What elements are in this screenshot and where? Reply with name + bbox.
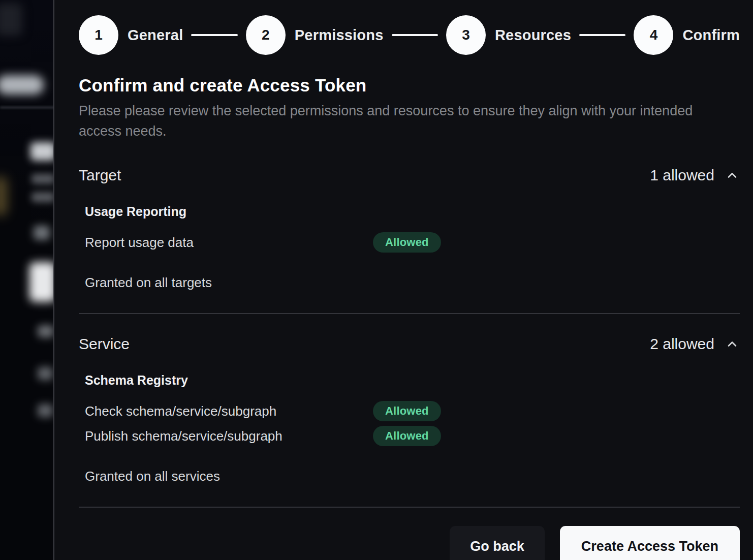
step-number-badge: 4: [634, 15, 673, 55]
granted-note: Granted on all services: [79, 469, 740, 484]
status-badge: Allowed: [373, 232, 441, 253]
step-confirm[interactable]: 4 Confirm: [634, 15, 740, 55]
step-label: General: [128, 27, 183, 44]
step-permissions[interactable]: 2 Permissions: [246, 15, 384, 55]
chevron-up-icon[interactable]: [725, 336, 740, 352]
granted-note: Granted on all targets: [79, 275, 740, 291]
step-label: Permissions: [295, 27, 384, 44]
permission-group: Schema Registry Check schema/service/sub…: [79, 373, 740, 446]
permission-row: Publish schema/service/subgraph Allowed: [85, 426, 740, 446]
backdrop-blurred-page: [0, 0, 53, 560]
section-title: Service: [79, 335, 130, 353]
permission-group-name: Usage Reporting: [85, 204, 740, 219]
blurred-sidebar-item: [0, 75, 44, 95]
status-badge: Allowed: [373, 426, 441, 446]
blurred-text-line: [38, 404, 53, 417]
permission-label: Check schema/service/subgraph: [85, 403, 373, 419]
modal-footer: Go back Create Access Token: [79, 526, 740, 560]
permission-label: Report usage data: [85, 235, 373, 251]
step-label: Confirm: [682, 27, 740, 44]
step-connector: [392, 34, 438, 36]
permission-group: Usage Reporting Report usage data Allowe…: [79, 204, 740, 253]
blurred-text-line: [38, 325, 53, 337]
step-resources[interactable]: 3 Resources: [446, 15, 571, 55]
section-collapse-toggle[interactable]: 1 allowed: [650, 167, 740, 184]
blurred-text-line: [32, 192, 53, 202]
section-header: Target 1 allowed: [79, 167, 740, 184]
step-label: Resources: [495, 27, 571, 44]
step-connector: [191, 34, 237, 36]
section-service: Service 2 allowed Schema Registry Check …: [79, 335, 740, 508]
step-connector: [579, 34, 625, 36]
create-access-token-button[interactable]: Create Access Token: [560, 526, 740, 560]
permission-row: Report usage data Allowed: [85, 232, 740, 253]
chevron-up-icon[interactable]: [725, 168, 740, 183]
allowed-count: 1 allowed: [650, 167, 714, 184]
blurred-card: [29, 262, 53, 302]
section-collapse-toggle[interactable]: 2 allowed: [650, 335, 740, 353]
step-number-badge: 3: [446, 15, 486, 55]
step-general[interactable]: 1 General: [79, 15, 183, 55]
wizard-stepper: 1 General 2 Permissions 3 Resources 4 Co…: [79, 15, 740, 55]
section-header: Service 2 allowed: [79, 335, 740, 353]
blurred-text-line: [32, 174, 53, 184]
footer-divider: [79, 507, 740, 508]
blurred-text-line: [38, 367, 53, 380]
step-number-badge: 2: [246, 15, 286, 55]
permission-group-name: Schema Registry: [85, 373, 740, 388]
section-target: Target 1 allowed Usage Reporting Report …: [79, 167, 740, 314]
go-back-button[interactable]: Go back: [450, 526, 545, 560]
permission-label: Publish schema/service/subgraph: [85, 428, 373, 444]
step-number-badge: 1: [79, 15, 118, 55]
create-access-token-modal: 1 General 2 Permissions 3 Resources 4 Co…: [53, 0, 753, 560]
section-divider: [79, 313, 740, 314]
page-description: Please please review the selected permis…: [79, 101, 706, 141]
blurred-icon: [34, 226, 50, 240]
allowed-count: 2 allowed: [650, 335, 714, 353]
blurred-heading-text: [30, 142, 53, 161]
blurred-divider: [0, 107, 53, 108]
section-title: Target: [79, 167, 121, 184]
page-title: Confirm and create Access Token: [79, 75, 740, 96]
permission-row: Check schema/service/subgraph Allowed: [85, 401, 740, 421]
status-badge: Allowed: [373, 401, 441, 421]
blurred-panel: [0, 3, 22, 36]
blurred-accent-blob: [0, 177, 7, 215]
